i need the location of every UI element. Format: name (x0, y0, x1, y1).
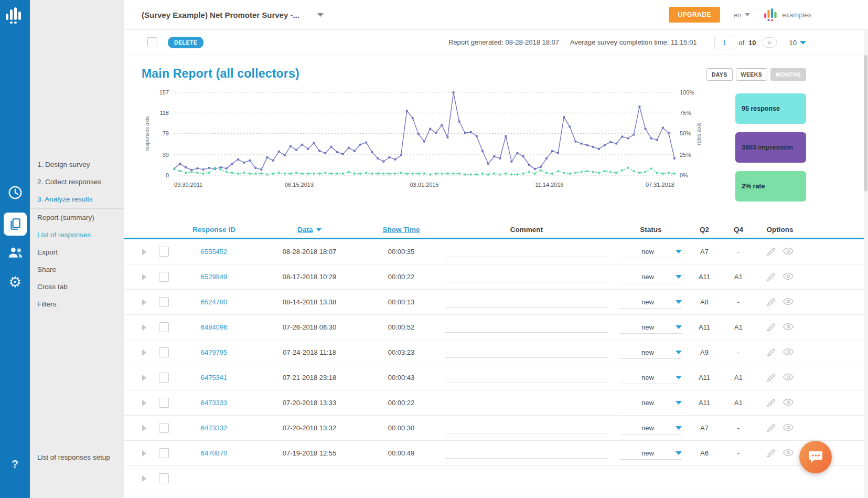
comment-field[interactable] (445, 373, 608, 383)
comment-field[interactable] (445, 448, 608, 459)
expand-caret-icon[interactable] (142, 400, 146, 406)
expand-caret-icon[interactable] (142, 475, 146, 482)
partner-brand[interactable]: examples (764, 8, 811, 22)
sidebar-item-analyze-results[interactable]: 3. Analyze results (30, 190, 124, 208)
edit-pencil-icon[interactable] (766, 272, 776, 282)
history-clock-icon[interactable] (0, 185, 30, 200)
edit-pencil-icon[interactable] (766, 423, 776, 433)
status-dropdown[interactable]: new (620, 372, 682, 384)
expand-caret-icon[interactable] (142, 375, 146, 381)
chat-fab-button[interactable] (799, 441, 832, 473)
view-eye-icon[interactable] (783, 247, 794, 257)
sidebar-item-design-survey[interactable]: 1. Design survey (30, 156, 124, 173)
expand-caret-icon[interactable] (142, 249, 146, 255)
delete-button[interactable]: DELETE (168, 37, 203, 48)
row-checkbox[interactable] (159, 247, 169, 257)
period-weeks-button[interactable]: WEEKS (736, 68, 768, 81)
sidebar-item-export[interactable]: Export (30, 243, 124, 261)
status-dropdown[interactable]: new (620, 296, 682, 309)
edit-pencil-icon[interactable] (766, 323, 776, 332)
response-id-link[interactable]: 6555452 (175, 248, 253, 256)
edit-pencil-icon[interactable] (766, 373, 776, 383)
sidebar-item-cross-tab[interactable]: Cross tab (30, 278, 124, 295)
response-id-link[interactable]: 6484096 (175, 323, 253, 331)
view-eye-icon[interactable] (783, 272, 794, 282)
contacts-people-icon[interactable] (0, 245, 30, 260)
response-id-link[interactable]: 6479795 (175, 348, 253, 356)
view-eye-icon[interactable] (783, 348, 794, 357)
view-eye-icon[interactable] (783, 323, 794, 332)
select-all-checkbox[interactable] (147, 37, 157, 47)
comment-field[interactable] (445, 322, 608, 333)
row-options (753, 272, 807, 282)
comment-field[interactable] (445, 347, 608, 358)
view-eye-icon[interactable] (783, 398, 794, 408)
expand-caret-icon[interactable] (142, 274, 146, 280)
sidebar-item-report-summary[interactable]: Report (summary) (30, 209, 124, 226)
status-dropdown[interactable]: new (620, 271, 682, 283)
comment-field[interactable] (445, 297, 608, 308)
row-checkbox[interactable] (159, 297, 169, 307)
row-checkbox[interactable] (159, 322, 169, 332)
comment-field[interactable] (445, 423, 608, 433)
row-checkbox[interactable] (159, 473, 169, 483)
row-checkbox[interactable] (159, 423, 169, 433)
status-dropdown[interactable]: new (620, 321, 682, 334)
header-show-time[interactable]: Show Time (366, 226, 436, 234)
settings-gear-icon[interactable]: ⚙ (0, 275, 30, 290)
status-dropdown[interactable]: new (620, 246, 682, 258)
response-id-link[interactable]: 6529949 (175, 273, 253, 281)
view-eye-icon[interactable] (783, 373, 794, 383)
sidebar-item-list-of-responses[interactable]: List of responses (30, 226, 124, 243)
next-page-button[interactable]: > (763, 37, 777, 48)
survey-dropdown-icon[interactable] (317, 13, 324, 17)
page-size-selector[interactable]: 10 (789, 39, 806, 47)
edit-pencil-icon[interactable] (766, 449, 776, 458)
header-response-id[interactable]: Response ID (175, 226, 253, 234)
edit-pencil-icon[interactable] (766, 247, 776, 257)
view-eye-icon[interactable] (783, 449, 794, 458)
scrollbar-thumb[interactable] (864, 55, 867, 192)
response-id-link[interactable]: 6470870 (175, 449, 253, 457)
upgrade-button[interactable]: UPGRADE (669, 7, 720, 23)
response-id-link[interactable]: 6473332 (175, 424, 253, 432)
status-dropdown[interactable]: new (620, 397, 682, 409)
period-days-button[interactable]: DAYS (706, 68, 733, 81)
response-id-link[interactable]: 6473333 (175, 399, 253, 407)
expand-caret-icon[interactable] (142, 450, 146, 457)
help-icon[interactable]: ? (0, 458, 30, 471)
language-selector[interactable]: en (734, 11, 750, 19)
edit-pencil-icon[interactable] (766, 398, 776, 408)
sidebar-item-collect-responses[interactable]: 2. Collect responses (30, 173, 124, 190)
response-id-link[interactable]: 6475341 (175, 374, 253, 382)
status-dropdown[interactable]: new (620, 346, 682, 359)
row-checkbox[interactable] (159, 347, 169, 357)
status-dropdown[interactable]: new (620, 422, 682, 435)
expand-caret-icon[interactable] (142, 324, 146, 331)
page-number-input[interactable] (714, 36, 734, 49)
comment-field[interactable] (445, 272, 608, 282)
edit-pencil-icon[interactable] (766, 298, 776, 307)
vertical-scrollbar[interactable] (864, 30, 868, 498)
expand-caret-icon[interactable] (142, 299, 146, 305)
results-pages-icon[interactable] (0, 213, 30, 236)
comment-field[interactable] (445, 247, 608, 257)
response-id-link[interactable]: 6524700 (175, 298, 253, 306)
sidebar-item-filters[interactable]: Filters (30, 295, 124, 313)
expand-caret-icon[interactable] (142, 425, 146, 431)
view-eye-icon[interactable] (783, 423, 794, 433)
header-data[interactable]: Data (253, 226, 366, 234)
row-checkbox[interactable] (159, 448, 169, 458)
row-checkbox[interactable] (159, 398, 169, 408)
sidebar-item-list-setup[interactable]: List of responses setup (30, 449, 124, 466)
status-dropdown[interactable]: new (620, 447, 682, 460)
app-logo-icon[interactable] (6, 7, 24, 26)
period-months-button[interactable]: MONTHS (770, 68, 806, 81)
comment-field[interactable] (445, 398, 608, 408)
row-checkbox[interactable] (159, 373, 169, 383)
expand-caret-icon[interactable] (142, 349, 146, 356)
sidebar-item-share[interactable]: Share (30, 261, 124, 278)
row-checkbox[interactable] (159, 272, 169, 282)
view-eye-icon[interactable] (783, 298, 794, 307)
edit-pencil-icon[interactable] (766, 348, 776, 357)
